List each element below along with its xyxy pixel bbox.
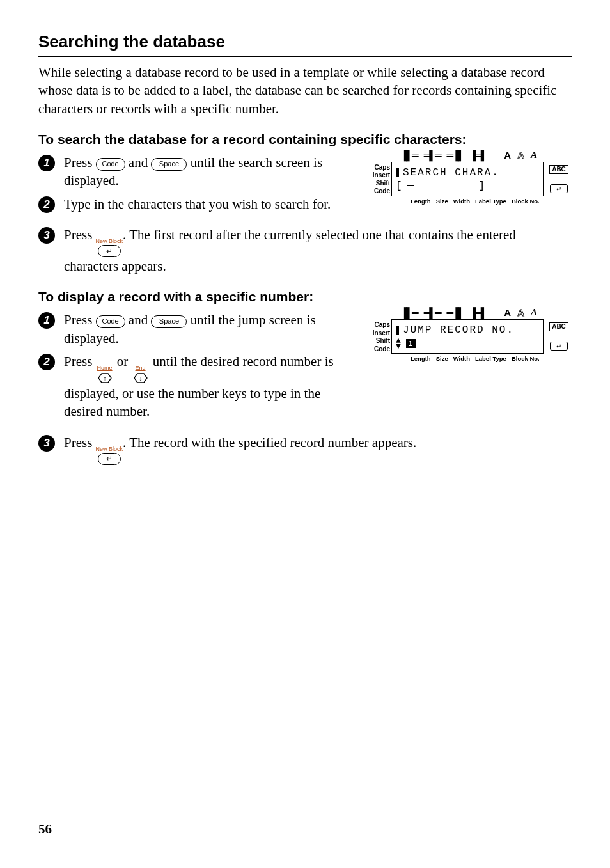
lcd-size-label: Size [436, 198, 448, 205]
step-number-2: 2 [38, 196, 55, 213]
lcd-shift-label: Shift [367, 180, 390, 187]
lcd-labeltype-label: Label Type [475, 198, 506, 205]
step-b1-text-b: and [129, 312, 152, 327]
space-key-icon: Space [151, 315, 187, 328]
font-outline-icon: A [517, 307, 524, 318]
font-italic-icon: A [531, 307, 537, 318]
font-bold-icon: A [504, 307, 511, 318]
section-title: Searching the database [38, 32, 572, 52]
lcd-line1: SEARCH CHARA. [403, 167, 499, 178]
step-number-1: 1 [38, 312, 55, 329]
step-b2-text-b: or [117, 354, 132, 369]
lcd-length-label: Length [411, 355, 431, 362]
enter-newblock-key-icon: New Block ↵ [96, 239, 123, 257]
step-a1-text-a: Press [64, 155, 96, 170]
align-justify-icon: ▐═▌ [469, 150, 486, 161]
lcd-shift-label: Shift [367, 337, 390, 344]
step-b2-text-c: until the desired record number is displ… [64, 354, 334, 419]
intro-paragraph: While selecting a database record to be … [38, 63, 572, 118]
step-b3: 3 Press New Block ↵ . The record with th… [38, 434, 572, 465]
svg-text:↓: ↓ [139, 374, 143, 382]
align-justify-icon: ▐═▌ [469, 307, 486, 318]
step-a3: 3 Press New Block ↵ . The first record a… [38, 226, 572, 275]
lcd-bracket-open: [ [396, 180, 403, 192]
lcd-figure-search: ▐▌═ ═▌═ ═▐▌ ▐═▌ A A A Caps Insert Shift … [367, 150, 572, 205]
step-b3-text-a: Press [64, 435, 96, 450]
align-right-icon: ═▐▌ [447, 150, 464, 161]
align-left-icon: ▐▌═ [401, 307, 418, 318]
step-b1-text-a: Press [64, 312, 96, 327]
lcd-enter-indicator: ↵ [550, 342, 568, 351]
lcd-enter-indicator: ↵ [550, 184, 568, 193]
block-specific-number: 1 Press Code and Space until the jump sc… [38, 311, 572, 420]
lcd-blockno-label: Block No. [512, 355, 540, 362]
lcd-screen: SEARCH CHARA. [ ] [391, 162, 544, 196]
updown-arrows-icon: ▲▼ [396, 338, 402, 349]
font-bold-icon: A [504, 150, 511, 161]
lcd-insert-label: Insert [367, 329, 390, 336]
step-number-3: 3 [38, 227, 55, 244]
code-key-icon: Code [96, 158, 125, 171]
font-italic-icon: A [531, 150, 537, 161]
lcd-code-label: Code [367, 345, 390, 352]
lcd-line1: JUMP RECORD NO. [403, 324, 514, 336]
lcd-width-label: Width [453, 198, 470, 205]
step-number-2: 2 [38, 354, 55, 370]
font-outline-icon: A [517, 150, 524, 161]
lcd-size-label: Size [436, 355, 448, 362]
step-number-1: 1 [38, 155, 55, 171]
space-key-icon: Space [151, 158, 187, 171]
lcd-code-label: Code [367, 187, 390, 194]
align-center-icon: ═▌═ [424, 307, 441, 318]
svg-text:↑: ↑ [103, 374, 107, 382]
step-a2: 2 Type in the characters that you wish t… [38, 195, 339, 213]
step-a1: 1 Press Code and Space until the search … [38, 154, 339, 190]
lcd-caps-label: Caps [367, 164, 390, 171]
lcd-width-label: Width [453, 355, 470, 362]
step-a2-text: Type in the characters that you wish to … [64, 195, 339, 213]
lcd-screen: JUMP RECORD NO. ▲▼ 1 [391, 319, 544, 354]
step-a3-text-a: Press [64, 227, 96, 242]
step-b3-text-b: . The record with the specified record n… [123, 435, 416, 450]
subheading-specific-number: To display a record with a specific numb… [38, 289, 572, 304]
align-right-icon: ═▐▌ [447, 307, 464, 318]
down-end-key-icon: End ↓ [132, 365, 150, 384]
align-center-icon: ═▌═ [424, 150, 441, 161]
step-a1-text-b: and [129, 155, 152, 170]
block-search-chars: 1 Press Code and Space until the search … [38, 154, 572, 213]
code-key-icon: Code [96, 315, 125, 328]
lcd-abc-indicator: ABC [549, 165, 568, 174]
enter-newblock-key-icon: New Block ↵ [96, 446, 123, 465]
lcd-blockno-label: Block No. [512, 198, 540, 205]
lcd-length-label: Length [411, 198, 431, 205]
up-home-key-icon: Home ↑ [96, 365, 114, 384]
step-number-3: 3 [38, 435, 55, 452]
align-left-icon: ▐▌═ [401, 150, 418, 161]
subheading-search-chars: To search the database for a record cont… [38, 132, 572, 147]
lcd-caps-label: Caps [367, 321, 390, 328]
lcd-record-number: 1 [406, 339, 416, 348]
step-a3-text-b: . The first record after the currently s… [64, 227, 516, 274]
lcd-abc-indicator: ABC [549, 322, 568, 331]
lcd-figure-jump: ▐▌═ ═▌═ ═▐▌ ▐═▌ A A A Caps Insert Shift … [367, 307, 572, 362]
lcd-labeltype-label: Label Type [475, 355, 506, 362]
title-rule [38, 56, 572, 57]
step-b2: 2 Press Home ↑ or End ↓ until the desire… [38, 352, 339, 421]
step-b1: 1 Press Code and Space until the jump sc… [38, 311, 339, 347]
step-b2-text-a: Press [64, 354, 96, 369]
page-number: 56 [38, 821, 52, 837]
lcd-bracket-close: ] [479, 180, 487, 192]
lcd-insert-label: Insert [367, 171, 390, 178]
